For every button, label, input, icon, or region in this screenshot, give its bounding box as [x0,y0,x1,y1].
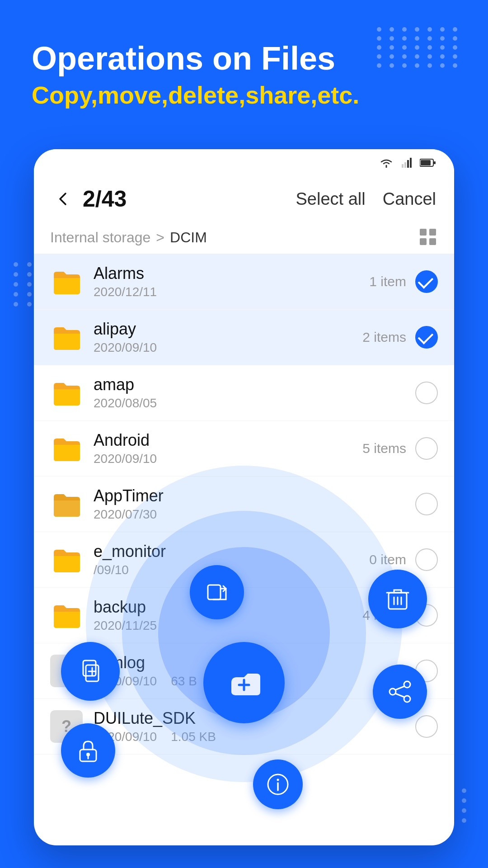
list-item[interactable]: Alarms 2020/12/11 1 item [34,254,454,310]
item-count: 2 items [362,330,406,345]
fab-info-button[interactable] [253,760,303,809]
svg-rect-5 [421,160,431,165]
svg-marker-3 [410,158,412,168]
fab-move-button[interactable] [190,565,244,619]
list-item[interactable]: amap 2020/08/05 [34,365,454,421]
svg-rect-6 [434,161,436,164]
svg-marker-2 [407,160,409,168]
folder-icon [50,265,83,298]
file-name: alipay [94,320,362,339]
file-name: Alarms [94,264,369,283]
svg-marker-1 [404,162,406,168]
file-info: alipay 2020/09/10 [94,320,362,355]
file-right: 2 items [362,326,438,349]
file-info: amap 2020/08/05 [94,375,415,410]
list-item[interactable]: Android 2020/09/10 5 items [34,421,454,476]
file-date: 2020/08/05 [94,396,415,410]
battery-icon [420,158,436,167]
checkbox[interactable] [415,548,438,571]
folder-icon [50,543,83,576]
checkbox[interactable] [415,493,438,515]
item-count: 0 item [369,552,406,567]
status-bar [34,149,454,176]
fab-delete-button[interactable] [368,570,427,628]
fab-share-button[interactable] [373,665,427,719]
top-nav-bar: 2/43 Select all Cancel [34,176,454,222]
folder-icon [50,488,83,520]
page-subtitle: Copy,move,delete,share,etc. [32,81,359,109]
file-name: e_monitor [94,542,369,561]
svg-rect-9 [420,238,427,245]
file-date: 2020/07/30 [94,507,415,522]
file-date: 2020/09/10 1.05 KB [94,730,415,744]
fab-copy-button[interactable] [61,642,120,701]
file-date: 2020/11/25 [94,618,362,633]
svg-point-30 [277,779,279,781]
checkbox[interactable] [415,270,438,293]
folder-icon [50,432,83,465]
checkbox[interactable] [415,382,438,404]
file-right [415,715,438,738]
item-count: 5 items [362,441,406,456]
fab-main-button[interactable] [203,642,285,723]
svg-marker-0 [402,164,404,168]
file-info: AppTimer 2020/07/30 [94,486,415,522]
signal-icon [402,158,412,168]
checkbox[interactable] [415,437,438,460]
file-info: Alarms 2020/12/11 [94,264,369,299]
list-item[interactable]: AppTimer 2020/07/30 [34,476,454,532]
page-header: Operations on Files Copy,move,delete,sha… [32,41,359,109]
breadcrumb-separator: > [156,229,164,246]
page-title: Operations on Files [32,41,359,76]
file-right: 1 item [369,270,438,293]
folder-icon [50,377,83,409]
fab-lock-button[interactable] [61,723,115,778]
wifi-icon [379,158,394,168]
svg-line-23 [395,686,404,690]
svg-rect-10 [429,238,436,245]
grid-view-icon[interactable] [418,227,438,249]
file-right: 5 items [362,437,438,460]
breadcrumb-bar: Internal storage > DCIM [34,222,454,254]
list-item[interactable]: alipay 2020/09/10 2 items [34,310,454,365]
cancel-button[interactable]: Cancel [381,186,438,212]
dots-decoration-top [377,27,461,68]
checkbox[interactable] [415,326,438,349]
file-date: 2020/12/11 [94,285,369,299]
file-name: Android [94,431,362,450]
file-right [415,493,438,515]
file-right [415,382,438,404]
file-name: amap [94,375,415,394]
selection-count: 2/43 [83,186,294,212]
breadcrumb-root[interactable]: Internal storage [50,229,150,246]
file-date: 2020/09/10 [94,340,362,355]
file-date: 2020/09/10 [94,452,362,466]
breadcrumb-current: DCIM [170,229,207,246]
folder-icon [50,599,83,632]
svg-rect-8 [429,229,436,236]
item-count: 1 item [369,274,406,289]
select-all-button[interactable]: Select all [294,186,367,212]
file-right: 0 item [369,548,438,571]
folder-icon [50,321,83,354]
back-button[interactable] [50,186,75,212]
file-name: AppTimer [94,486,415,505]
svg-rect-7 [420,229,427,236]
svg-line-24 [395,693,404,697]
checkbox[interactable] [415,715,438,738]
file-info: Android 2020/09/10 [94,431,362,466]
phone-frame: 2/43 Select all Cancel Internal storage … [34,149,454,845]
top-actions: Select all Cancel [294,186,438,212]
